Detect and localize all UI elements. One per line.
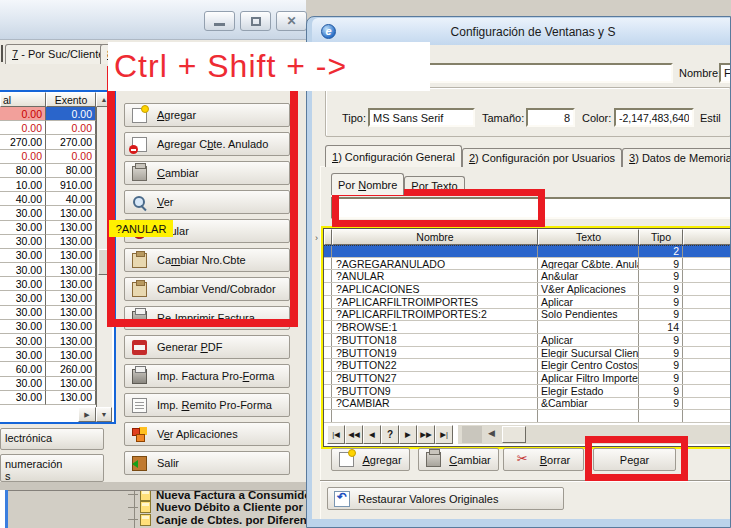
tipo-label: Tipo: <box>342 112 366 124</box>
new-doc-icon <box>339 452 354 467</box>
table-row[interactable]: 0.000.00 <box>0 107 96 121</box>
navigator-help-button[interactable]: ? <box>381 425 399 444</box>
table-row[interactable]: 30.00130.00 <box>0 277 96 291</box>
minimize-button[interactable] <box>204 11 235 31</box>
grid-cell-filler <box>683 359 730 371</box>
grid-row[interactable]: ?APLICARFILTROIMPORTESAplicar9 <box>324 296 730 309</box>
table-row[interactable]: 30.00130.00 <box>0 377 96 391</box>
table-row[interactable]: 30.00130.00 <box>0 263 96 277</box>
close-button[interactable]: ✕ <box>276 11 307 31</box>
table-row[interactable]: 0.000.00 <box>0 150 96 164</box>
scroll-right-button[interactable]: ▶ <box>78 407 96 422</box>
table-row[interactable]: 0.000.00 <box>0 121 96 135</box>
grid-row[interactable]: ?AGREGARANULADOAgregar C&bte. Anula9 <box>324 258 730 271</box>
table-row[interactable]: 30.00130.00 <box>0 249 96 263</box>
scrollbar-thumb[interactable] <box>502 426 526 443</box>
nombre-input[interactable] <box>719 63 730 83</box>
grid-row[interactable]: ?CAMBIAR&Cambiar9 <box>324 398 730 411</box>
tipo-input[interactable] <box>368 108 475 127</box>
bottom-left-panel <box>0 490 8 528</box>
grid-row[interactable]: ?BUTTON22Elegir Centro Costos9 <box>324 359 730 372</box>
table-row[interactable]: 30.00130.00 <box>0 221 96 235</box>
navigator-next-button[interactable]: ▶ <box>399 425 417 444</box>
column-header-exento[interactable]: Exento <box>46 92 96 107</box>
scroll-left-icon[interactable]: ◀ <box>488 428 495 438</box>
navigator-first-button[interactable]: |◀ <box>327 425 345 444</box>
annotation-rect-menu <box>107 66 298 327</box>
tab-1-configuraci-n-general[interactable]: 1) Configuración General <box>325 145 462 167</box>
grid-gutter <box>324 229 332 245</box>
grid-cell-nombre: ?APLICACIONES <box>332 283 538 295</box>
tab-2-configuraci-n-por-usuarios[interactable]: 2) Configuración por Usuarios <box>462 148 622 167</box>
grid-row[interactable]: ?APLICACIONESV&er Aplicaciones9 <box>324 283 730 296</box>
grid-row[interactable]: ?BROWSE:114 <box>324 321 730 334</box>
table-row[interactable]: 30.00130.00 <box>0 320 96 334</box>
ver-aplicaciones-button[interactable]: Ver Aplicaciones <box>124 422 290 446</box>
table-row[interactable]: 60.00260.00 <box>0 362 96 376</box>
total-cell: 0.00 <box>0 107 46 121</box>
maximize-button[interactable] <box>240 11 271 31</box>
grid-row[interactable]: ?BUTTON19Elegir Sucursal Client9 <box>324 347 730 360</box>
grid-cell-nombre: ?BUTTON22 <box>332 359 538 371</box>
generar-pdf-button[interactable]: Generar PDF <box>124 335 290 359</box>
column-header-total[interactable]: al <box>0 92 46 107</box>
grid-row[interactable]: 2 <box>324 245 730 258</box>
table-row[interactable]: 40.0040.00 <box>0 192 96 206</box>
exento-cell: 130.00 <box>46 306 96 320</box>
restaurar-valores-button[interactable]: Restaurar Valores Originales <box>327 487 564 510</box>
table-row[interactable]: 10.00910.00 <box>0 178 96 192</box>
navigator-prev-button[interactable]: ◀ <box>363 425 381 444</box>
total-cell: 0.00 <box>0 150 46 164</box>
salir-button[interactable]: Salir <box>124 451 290 475</box>
grid-header-row: Nombre Texto Tipo <box>324 229 730 245</box>
table-row[interactable]: 30.00130.00 <box>0 306 96 320</box>
total-cell: 30.00 <box>0 277 46 291</box>
table-row[interactable]: 270.00270.00 <box>0 135 96 149</box>
color-input[interactable] <box>614 108 694 127</box>
numeracion-button[interactable]: numeracións <box>0 454 104 482</box>
exento-cell: 80.00 <box>46 164 96 178</box>
change-icon <box>426 452 441 467</box>
total-cell: 0.00 <box>0 121 46 135</box>
imp-remito-pro-forma-button[interactable]: Imp. Remito Pro-Forma <box>124 393 290 417</box>
tab-por-suc-cliente[interactable]: 7 - Por Suc/Cliente <box>5 44 111 64</box>
grid-row[interactable]: ?BUTTON27Aplicar Filtro Importes9 <box>324 372 730 385</box>
scroll-down-button[interactable]: ▼ <box>96 407 112 422</box>
table-row[interactable]: 30.00130.00 <box>0 334 96 348</box>
total-cell: 30.00 <box>0 306 46 320</box>
grid-row[interactable]: ?APLICARFILTROIMPORTES:2Solo Pendientes9 <box>324 309 730 322</box>
navigator-fast-rewind-button[interactable]: ◀◀ <box>345 425 363 444</box>
grid-row[interactable]: ?ANULARAn&ular9 <box>324 270 730 283</box>
grid-gutter-cell <box>324 270 332 282</box>
grid-header-tipo[interactable]: Tipo <box>639 229 683 245</box>
grid-header-texto[interactable]: Texto <box>538 229 639 245</box>
table-row[interactable]: 30.00130.00 <box>0 391 96 405</box>
grid-row[interactable]: ?BUTTON9Elegir Estado9 <box>324 385 730 398</box>
grid-row[interactable]: ?BUTTON18Aplicar9 <box>324 334 730 347</box>
exento-cell: 130.00 <box>46 221 96 235</box>
cambiar-button[interactable]: Cambiar <box>418 448 499 471</box>
grid-cell-tipo: 9 <box>639 270 683 282</box>
total-cell: 30.00 <box>0 391 46 405</box>
navigator-last-button[interactable]: ▶| <box>435 425 453 444</box>
table-row[interactable]: 80.0080.00 <box>0 164 96 178</box>
subtab-por-nombre[interactable]: Por Nombre <box>331 173 404 195</box>
grid-cell-nombre: ?BUTTON18 <box>332 334 538 346</box>
agregar-button[interactable]: Agregar <box>331 448 410 471</box>
grid-header-nombre[interactable]: Nombre <box>332 229 538 245</box>
tamano-input[interactable] <box>526 108 575 127</box>
total-cell: 30.00 <box>0 235 46 249</box>
table-row[interactable]: 30.00130.00 <box>0 206 96 220</box>
factura-electronica-button[interactable]: lectrónica <box>0 428 104 450</box>
table-row[interactable]: 30.00130.00 <box>0 348 96 362</box>
navigator-fast-forward-button[interactable]: ▶▶ <box>417 425 435 444</box>
tab-3-datos-de-memoria[interactable]: 3) Datos de Memoria <box>622 148 730 167</box>
borrar-button[interactable]: Borrar <box>503 448 584 471</box>
grid-cell-nombre: ?APLICARFILTROIMPORTES:2 <box>332 309 538 321</box>
table-row[interactable]: 30.00130.00 <box>0 235 96 249</box>
grid-gutter-cell <box>324 410 332 422</box>
imp-factura-pro-forma-button[interactable]: Imp. Factura Pro-Forma <box>124 364 290 388</box>
grid-row[interactable] <box>324 410 730 423</box>
exento-cell: 260.00 <box>46 362 96 376</box>
table-row[interactable]: 30.00130.00 <box>0 291 96 305</box>
